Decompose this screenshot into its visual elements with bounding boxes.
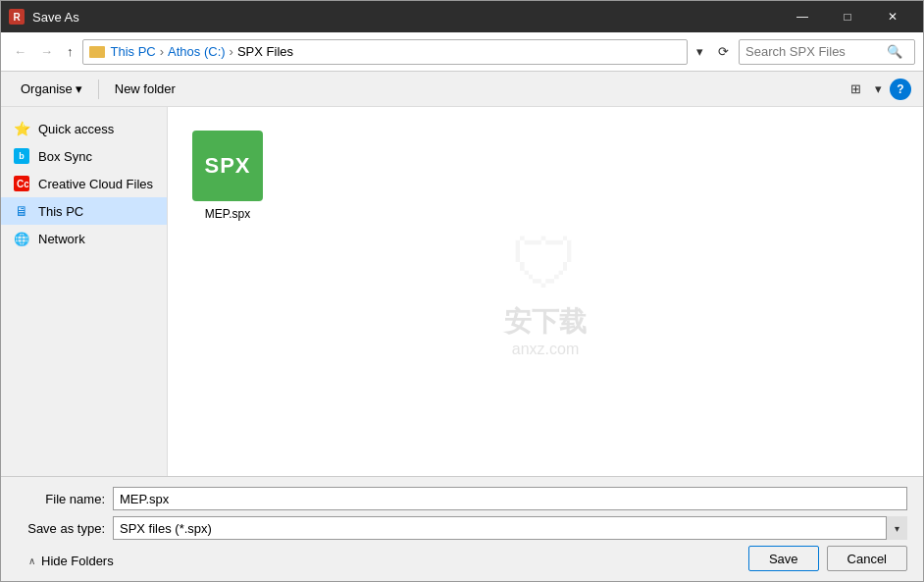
dialog-title: Save As (32, 10, 780, 25)
organise-button[interactable]: Organise ▾ (13, 78, 90, 100)
sidebar-item-this-pc[interactable]: 🖥 This PC (1, 197, 167, 225)
search-icon: 🔍 (887, 44, 902, 59)
breadcrumb-athos[interactable]: Athos (C:) (168, 44, 226, 59)
back-button[interactable]: ← (9, 40, 31, 63)
file-name-row: File name: (17, 487, 907, 510)
dropdown-button[interactable]: ▾ (692, 40, 708, 63)
sidebar: ⭐ Quick access b Box Sync Cc Cr (1, 107, 168, 476)
watermark: 🛡 安下载 anxz.com (504, 225, 587, 358)
folder-icon (89, 46, 105, 58)
hide-folders-row: ∧ Hide Folders (17, 548, 126, 570)
sidebar-item-network[interactable]: 🌐 Network (1, 225, 167, 252)
quick-access-icon: ⭐ (13, 120, 30, 137)
hide-folders-label[interactable]: Hide Folders (41, 554, 114, 568)
creative-cloud-icon: Cc (13, 175, 30, 192)
sidebar-label-quick-access: Quick access (38, 122, 114, 136)
main-content: ⭐ Quick access b Box Sync Cc Cr (1, 107, 923, 476)
file-item-mep-spx[interactable]: SPX MEP.spx (183, 123, 272, 229)
new-folder-button[interactable]: New folder (107, 78, 183, 100)
view-dropdown-button[interactable]: ▾ (869, 78, 888, 100)
save-as-type-wrapper: SPX files (*.spx) ▾ (113, 516, 907, 540)
toolbar-separator (98, 79, 99, 99)
title-bar: R Save As — □ ✕ (1, 1, 923, 32)
view-controls: ⊞ ▾ ? (845, 78, 911, 100)
box-sync-icon: b (13, 147, 30, 165)
save-button[interactable]: Save (748, 546, 819, 571)
view-toggle-button[interactable]: ⊞ (845, 78, 867, 100)
organise-dropdown-icon: ▾ (76, 81, 82, 96)
help-button[interactable]: ? (890, 79, 911, 100)
minimize-button[interactable]: — (780, 1, 825, 32)
breadcrumb-this-pc[interactable]: This PC (111, 44, 156, 59)
sidebar-item-box-sync[interactable]: b Box Sync (1, 142, 167, 170)
network-icon: 🌐 (13, 230, 30, 247)
cancel-button[interactable]: Cancel (827, 546, 907, 571)
save-as-type-select[interactable]: SPX files (*.spx) (113, 516, 907, 540)
address-bar: ← → ↑ This PC › Athos (C:) › SPX Files ▾… (1, 32, 923, 72)
sidebar-label-box-sync: Box Sync (38, 149, 92, 164)
forward-button[interactable]: → (35, 40, 58, 63)
app-icon: R (9, 9, 25, 25)
file-thumbnail: SPX (192, 131, 263, 201)
sidebar-label-this-pc: This PC (38, 204, 83, 219)
up-button[interactable]: ↑ (62, 40, 78, 63)
toolbar: Organise ▾ New folder ⊞ ▾ ? (1, 72, 923, 107)
breadcrumb-spx-files: SPX Files (237, 44, 293, 59)
hide-folders-chevron: ∧ (28, 556, 35, 566)
save-as-dialog: R Save As — □ ✕ ← → ↑ This PC › Athos (C… (0, 0, 924, 582)
maximize-button[interactable]: □ (825, 1, 870, 32)
close-button[interactable]: ✕ (870, 1, 915, 32)
search-box: 🔍 (739, 39, 915, 65)
save-as-type-label: Save as type: (17, 521, 105, 536)
bottom-area: File name: Save as type: SPX files (*.sp… (1, 476, 923, 581)
sidebar-item-creative-cloud[interactable]: Cc Creative Cloud Files (1, 170, 167, 197)
sidebar-label-network: Network (38, 232, 85, 246)
file-name-input[interactable] (113, 487, 907, 510)
this-pc-icon: 🖥 (13, 202, 30, 220)
refresh-button[interactable]: ⟳ (712, 40, 735, 63)
sidebar-label-creative-cloud: Creative Cloud Files (38, 177, 153, 191)
action-row: ∧ Hide Folders Save Cancel (17, 546, 907, 571)
window-controls: — □ ✕ (780, 1, 915, 32)
breadcrumb: This PC › Athos (C:) › SPX Files (82, 39, 689, 65)
file-name-label: File name: (17, 492, 105, 506)
svg-text:Cc: Cc (17, 179, 28, 189)
file-area: SPX MEP.spx 🛡 安下载 anxz.com (168, 107, 923, 476)
file-name: MEP.spx (205, 207, 250, 221)
search-input[interactable] (745, 44, 883, 59)
save-as-type-row: Save as type: SPX files (*.spx) ▾ (17, 516, 907, 540)
sidebar-item-quick-access[interactable]: ⭐ Quick access (1, 115, 167, 142)
